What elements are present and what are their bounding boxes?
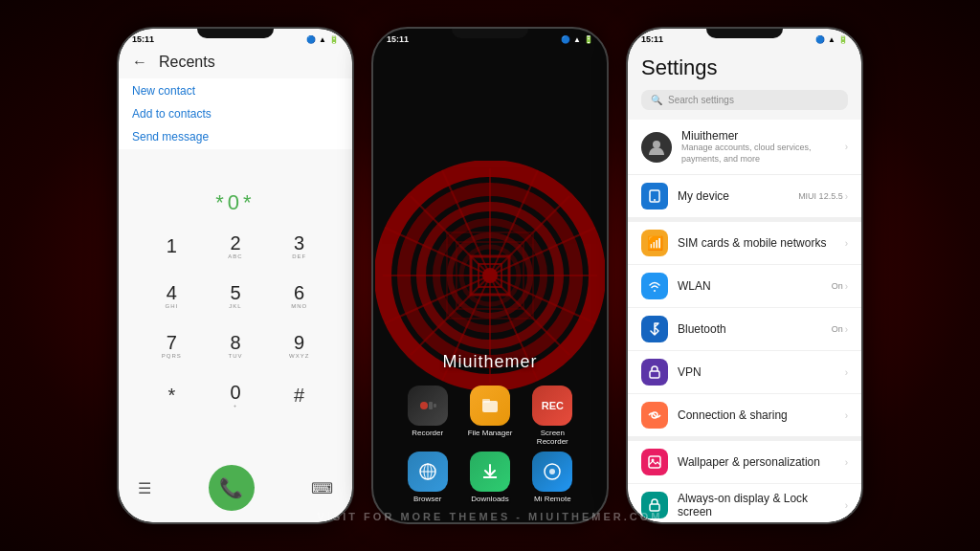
connection-icon xyxy=(641,402,668,429)
dial-key-star[interactable]: * xyxy=(140,370,204,420)
svg-point-31 xyxy=(549,469,555,474)
svg-rect-21 xyxy=(429,402,433,409)
wallpaper-chevron: › xyxy=(845,457,848,468)
recents-actions: New contact Add to contacts Send message xyxy=(119,78,352,149)
dial-key-1[interactable]: 1 xyxy=(140,221,204,271)
settings-title: Settings xyxy=(641,55,848,80)
my-device-info: My device xyxy=(678,189,789,203)
settings-always-on[interactable]: Always-on display & Lock screen › xyxy=(628,484,861,522)
dial-key-8[interactable]: 8 TUV xyxy=(204,320,268,370)
app-browser[interactable]: Browser xyxy=(399,452,456,503)
status-bar-2: 15:11 🔵 ▲ 🔋 xyxy=(373,29,607,50)
apps-row1: Recorder File Manager REC Screen Recorde… xyxy=(399,386,581,446)
home-label: Miuithemer xyxy=(442,352,537,372)
recents-header: ← Recents xyxy=(119,50,352,78)
settings-search[interactable]: 🔍 Search settings xyxy=(641,90,848,110)
dial-key-9[interactable]: 9 WXYZ xyxy=(267,320,331,370)
dialer-display: *0* 1 2 ABC 3 DEF 4 GHI xyxy=(119,151,352,459)
device-chevron: › xyxy=(845,191,848,202)
app-downloads[interactable]: Downloads xyxy=(461,452,518,503)
app-files-icon xyxy=(470,386,510,426)
time-3: 15:11 xyxy=(641,34,663,44)
search-placeholder: Search settings xyxy=(668,95,734,105)
app-recorder-icon xyxy=(408,386,448,426)
settings-account[interactable]: Miuithemer Manage accounts, cloud servic… xyxy=(628,120,861,175)
svg-rect-22 xyxy=(434,404,436,408)
action-send-message[interactable]: Send message xyxy=(132,130,339,143)
connection-chevron: › xyxy=(845,410,848,421)
vpn-title: VPN xyxy=(678,365,835,379)
account-info: Miuithemer Manage accounts, cloud servic… xyxy=(681,129,835,165)
bluetooth-info: Bluetooth xyxy=(678,322,822,336)
time-1: 15:11 xyxy=(132,34,154,44)
svg-rect-24 xyxy=(482,399,490,403)
app-file-manager[interactable]: File Manager xyxy=(461,386,518,446)
svg-point-20 xyxy=(420,402,428,409)
wlan-right: On › xyxy=(832,281,848,292)
svg-rect-37 xyxy=(649,456,660,468)
device-icon xyxy=(641,183,668,209)
dial-key-hash[interactable]: # xyxy=(267,370,331,420)
app-recorder[interactable]: Recorder xyxy=(399,386,456,446)
wlan-info: WLAN xyxy=(678,279,822,293)
settings-vpn[interactable]: VPN › xyxy=(628,351,861,394)
settings-my-device[interactable]: My device MIUI 12.5.5 › xyxy=(628,175,861,218)
action-add-contacts[interactable]: Add to contacts xyxy=(132,107,339,121)
bluetooth-status: On xyxy=(832,324,843,334)
settings-bluetooth[interactable]: Bluetooth On › xyxy=(628,308,861,351)
search-icon: 🔍 xyxy=(651,95,662,105)
action-new-contact[interactable]: New contact xyxy=(132,84,339,98)
phone-homescreen: 15:11 🔵 ▲ 🔋 xyxy=(371,27,609,524)
dial-key-0[interactable]: 0 + xyxy=(204,370,268,420)
apps-row2: Browser Downloads Mi Remote xyxy=(399,452,581,503)
sim-chevron: › xyxy=(845,238,848,249)
menu-icon[interactable]: ☰ xyxy=(138,479,151,497)
app-remote[interactable]: Mi Remote xyxy=(524,452,581,503)
vpn-icon xyxy=(641,359,668,386)
keypad-icon[interactable]: ⌨ xyxy=(311,479,333,497)
dial-key-6[interactable]: 6 MNO xyxy=(267,271,331,320)
phone-dialer: 15:11 🔵 ▲ 🔋 ← Recents New contact Add to… xyxy=(117,27,354,524)
settings-sim[interactable]: 📶 SIM cards & mobile networks › xyxy=(628,222,861,265)
dial-key-7[interactable]: 7 PQRS xyxy=(140,320,204,370)
status-icons-1: 🔵 ▲ 🔋 xyxy=(306,35,339,44)
app-downloads-icon xyxy=(470,452,510,492)
account-name: Miuithemer xyxy=(681,129,835,143)
sim-title: SIM cards & mobile networks xyxy=(678,236,835,250)
wlan-chevron: › xyxy=(845,281,848,292)
sim-info: SIM cards & mobile networks xyxy=(678,236,835,250)
wallpaper-info: Wallpaper & personalization xyxy=(678,455,835,469)
back-arrow-icon[interactable]: ← xyxy=(132,54,147,71)
status-icons-3: 🔵 ▲ 🔋 xyxy=(815,35,848,44)
call-button[interactable]: 📞 xyxy=(209,465,255,511)
dial-key-2[interactable]: 2 ABC xyxy=(204,221,268,271)
time-2: 15:11 xyxy=(387,34,409,44)
app-screen-icon: REC xyxy=(532,386,572,426)
always-on-title: Always-on display & Lock screen xyxy=(678,492,835,518)
status-icons-2: 🔵 ▲ 🔋 xyxy=(561,35,593,44)
phone-settings: 15:11 🔵 ▲ 🔋 Settings 🔍 Search settings M… xyxy=(626,27,863,524)
connection-title: Connection & sharing xyxy=(678,408,835,422)
dial-input[interactable]: *0* xyxy=(215,190,255,215)
settings-connection[interactable]: Connection & sharing › xyxy=(628,394,861,437)
wallpaper-icon xyxy=(641,449,668,475)
dial-key-3[interactable]: 3 DEF xyxy=(267,221,331,271)
settings-wallpaper[interactable]: Wallpaper & personalization › xyxy=(628,441,861,484)
wlan-title: WLAN xyxy=(678,279,822,293)
svg-point-32 xyxy=(653,141,660,148)
app-screen-recorder[interactable]: REC Screen Recorder xyxy=(524,386,581,446)
dial-key-5[interactable]: 5 JKL xyxy=(204,271,268,320)
app-remote-icon xyxy=(532,452,572,492)
home-content: Miuithemer Recorder File Manager RE xyxy=(373,352,607,522)
settings-list: Miuithemer Manage accounts, cloud servic… xyxy=(628,120,861,522)
status-bar-3: 15:11 🔵 ▲ 🔋 xyxy=(628,29,861,50)
my-device-value: MIUI 12.5.5 › xyxy=(798,191,848,202)
app-browser-icon xyxy=(408,452,448,492)
account-sub: Manage accounts, cloud services, payment… xyxy=(681,143,835,165)
settings-wlan[interactable]: WLAN On › xyxy=(628,265,861,308)
dial-key-4[interactable]: 4 GHI xyxy=(140,271,204,320)
always-on-chevron: › xyxy=(845,500,848,511)
svg-point-34 xyxy=(654,199,656,201)
bluetooth-right: On › xyxy=(832,324,848,335)
settings-header: Settings xyxy=(628,50,861,84)
